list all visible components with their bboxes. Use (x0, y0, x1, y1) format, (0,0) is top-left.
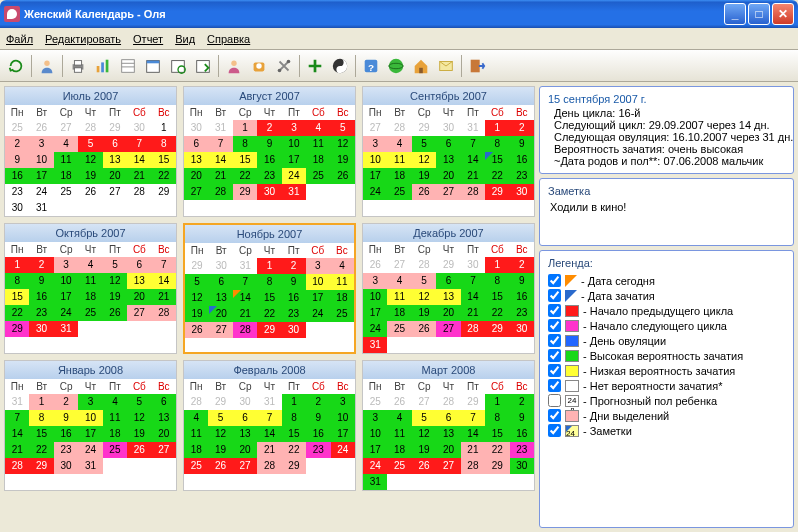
day-cell[interactable]: 21 (5, 442, 29, 458)
day-cell[interactable]: 5 (412, 273, 436, 289)
day-cell[interactable]: 16 (510, 289, 534, 305)
day-cell[interactable]: 27 (436, 321, 460, 337)
day-cell[interactable]: 2 (510, 394, 534, 410)
day-cell[interactable]: 29 (29, 458, 53, 474)
day-cell[interactable]: 25 (54, 184, 78, 200)
day-cell[interactable]: 13 (436, 426, 460, 442)
day-cell[interactable]: 11 (78, 273, 102, 289)
month-block[interactable]: Март 2008ПнВтСрЧтПтСбВс25262728291234567… (362, 360, 535, 491)
day-cell[interactable]: 31 (78, 458, 102, 474)
day-cell-prev[interactable]: 30 (233, 394, 257, 410)
day-cell[interactable]: 3 (331, 394, 355, 410)
day-cell[interactable]: 25 (387, 321, 411, 337)
calendar-refresh-icon[interactable] (166, 54, 190, 78)
day-cell[interactable]: 31 (282, 184, 306, 200)
day-cell[interactable]: 6 (209, 274, 233, 290)
day-cell[interactable]: 18 (387, 442, 411, 458)
day-cell[interactable]: 19 (208, 442, 232, 458)
day-cell[interactable]: 1 (282, 394, 306, 410)
day-cell[interactable]: 1 (5, 257, 29, 273)
day-cell[interactable]: 8 (485, 136, 509, 152)
day-cell[interactable]: 28 (461, 184, 485, 200)
day-cell[interactable]: 16 (257, 152, 281, 168)
day-cell[interactable]: 27 (127, 305, 151, 321)
day-cell[interactable]: 12 (185, 290, 209, 306)
day-cell[interactable]: 17 (54, 289, 78, 305)
calendar-icon[interactable] (141, 54, 165, 78)
day-cell[interactable]: 20 (436, 442, 460, 458)
day-cell[interactable]: 4 (103, 394, 127, 410)
day-cell[interactable]: 3 (282, 120, 306, 136)
day-cell[interactable]: 8 (485, 410, 509, 426)
day-cell[interactable]: 9 (5, 152, 29, 168)
day-cell[interactable]: 14 (257, 426, 281, 442)
day-cell[interactable]: 25 (78, 305, 102, 321)
home-icon[interactable] (409, 54, 433, 78)
day-cell[interactable]: 8 (233, 136, 257, 152)
day-cell[interactable]: 30 (282, 322, 306, 338)
legend-checkbox[interactable] (548, 274, 561, 287)
day-cell-prev[interactable]: 25 (363, 394, 387, 410)
day-cell[interactable]: 7 (127, 136, 151, 152)
day-cell[interactable]: 14 (461, 426, 485, 442)
day-cell[interactable]: 2 (510, 257, 534, 273)
day-cell[interactable]: 15 (257, 290, 281, 306)
day-cell[interactable]: 23 (510, 168, 534, 184)
legend-checkbox[interactable] (548, 379, 561, 392)
day-cell[interactable]: 2 (29, 257, 53, 273)
day-cell[interactable]: 5 (185, 274, 209, 290)
day-cell[interactable]: 17 (282, 152, 306, 168)
day-cell[interactable]: 28 (461, 458, 485, 474)
day-cell[interactable]: 16 (306, 426, 330, 442)
day-cell[interactable]: 10 (282, 136, 306, 152)
day-cell[interactable]: 24 (282, 168, 306, 184)
day-cell[interactable]: 24 (29, 184, 53, 200)
day-cell[interactable]: 25 (306, 168, 330, 184)
day-cell-prev[interactable]: 30 (127, 120, 151, 136)
day-cell[interactable]: 30 (5, 200, 29, 216)
day-cell[interactable]: 19 (185, 306, 209, 322)
day-cell[interactable]: 30 (510, 458, 534, 474)
day-cell[interactable]: 26 (185, 322, 209, 338)
day-cell[interactable]: 1 (485, 394, 509, 410)
day-cell[interactable]: 26 (412, 458, 436, 474)
day-cell-prev[interactable]: 31 (208, 120, 232, 136)
day-cell[interactable]: 26 (331, 168, 355, 184)
exit-icon[interactable] (465, 54, 489, 78)
day-cell-prev[interactable]: 30 (461, 257, 485, 273)
day-cell[interactable]: 22 (485, 442, 509, 458)
legend-checkbox[interactable] (548, 319, 561, 332)
day-cell[interactable]: 18 (387, 168, 411, 184)
day-cell-prev[interactable]: 28 (436, 394, 460, 410)
list-icon[interactable] (116, 54, 140, 78)
day-cell[interactable]: 21 (152, 289, 176, 305)
day-cell[interactable]: 7 (152, 257, 176, 273)
day-cell[interactable]: 3 (78, 394, 102, 410)
day-cell[interactable]: 9 (282, 274, 306, 290)
day-cell[interactable]: 1 (485, 257, 509, 273)
day-cell[interactable]: 17 (78, 426, 102, 442)
day-cell[interactable]: 17 (363, 168, 387, 184)
day-cell[interactable]: 21 (233, 306, 257, 322)
day-cell[interactable]: 11 (103, 410, 127, 426)
day-cell[interactable]: 6 (436, 410, 460, 426)
day-cell[interactable]: 10 (363, 152, 387, 168)
day-cell[interactable]: 24 (306, 306, 330, 322)
day-cell[interactable]: 6 (436, 273, 460, 289)
day-cell[interactable]: 22 (485, 168, 509, 184)
day-cell-prev[interactable]: 31 (461, 120, 485, 136)
day-cell[interactable]: 4 (387, 410, 411, 426)
day-cell[interactable]: 5 (331, 120, 355, 136)
day-cell[interactable]: 24 (363, 184, 387, 200)
minimize-button[interactable]: _ (724, 3, 746, 25)
day-cell[interactable]: 16 (5, 168, 29, 184)
day-cell[interactable]: 19 (103, 289, 127, 305)
day-cell[interactable]: 26 (208, 458, 232, 474)
day-cell[interactable]: 29 (5, 321, 29, 337)
day-cell[interactable]: 31 (363, 474, 387, 490)
day-cell[interactable]: 28 (461, 321, 485, 337)
day-cell[interactable]: 4 (330, 258, 354, 274)
day-cell[interactable]: 16 (510, 426, 534, 442)
month-block[interactable]: Октябрь 2007ПнВтСрЧтПтСбВс12345678910111… (4, 223, 177, 354)
day-cell[interactable]: 2 (54, 394, 78, 410)
